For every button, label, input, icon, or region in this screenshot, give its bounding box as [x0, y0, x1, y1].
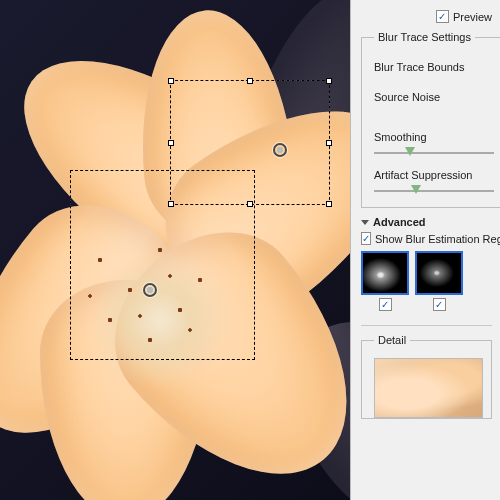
region-thumbnail-1[interactable]	[361, 251, 409, 295]
detail-legend: Detail	[374, 334, 410, 346]
smoothing-label: Smoothing	[374, 131, 494, 143]
blur-trace-legend: Blur Trace Settings	[374, 31, 475, 43]
region-thumbnail-2-checkbox[interactable]: ✓	[433, 298, 446, 311]
advanced-title: Advanced	[373, 216, 426, 228]
region-thumbnail-1-checkbox[interactable]: ✓	[379, 298, 392, 311]
show-blur-region-label: Show Blur Estimation Region	[375, 233, 500, 245]
region-pin-1[interactable]	[273, 143, 287, 157]
chevron-down-icon	[361, 220, 369, 225]
source-noise-label: Source Noise	[374, 91, 494, 103]
blur-trace-bounds-label: Blur Trace Bounds	[374, 61, 494, 73]
preview-label: Preview	[453, 11, 492, 23]
preview-checkbox[interactable]: ✓	[436, 10, 449, 23]
blur-trace-fieldset: Blur Trace Settings Blur Trace Bounds So…	[361, 31, 500, 208]
artifact-suppression-thumb[interactable]	[411, 185, 421, 194]
image-canvas[interactable]	[0, 0, 350, 500]
show-blur-region-checkbox[interactable]: ✓	[361, 232, 371, 245]
region-pin-2[interactable]	[143, 283, 157, 297]
advanced-toggle[interactable]: Advanced	[361, 216, 492, 228]
artifact-suppression-label: Artifact Suppression	[374, 169, 494, 181]
artifact-suppression-slider[interactable]	[374, 185, 494, 197]
smoothing-slider[interactable]	[374, 147, 494, 159]
image-content	[0, 0, 350, 500]
smoothing-thumb[interactable]	[405, 147, 415, 156]
settings-panel: ✓ Preview Blur Trace Settings Blur Trace…	[350, 0, 500, 500]
region-thumbnails: ✓ ✓	[361, 251, 492, 311]
detail-fieldset: Detail	[361, 334, 492, 419]
detail-preview	[374, 358, 483, 418]
region-thumbnail-2[interactable]	[415, 251, 463, 295]
